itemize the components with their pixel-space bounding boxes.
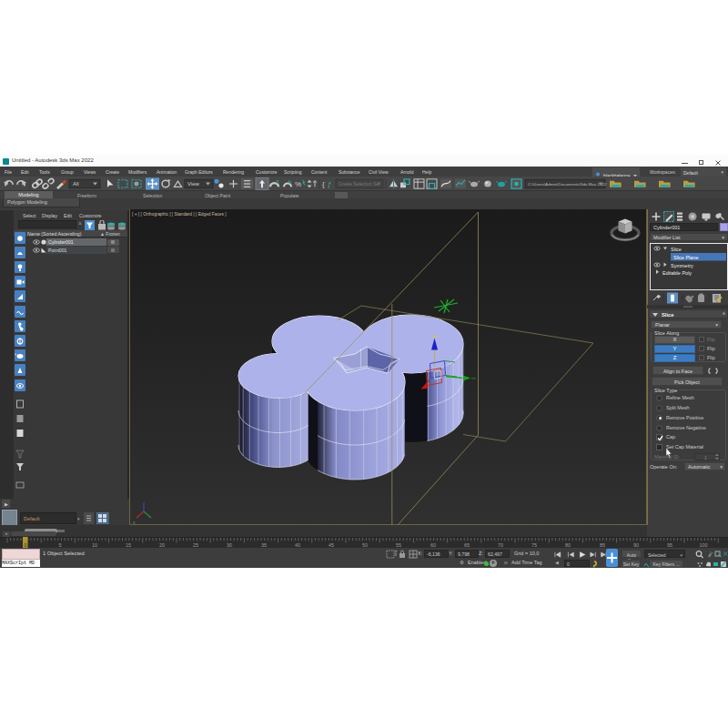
svg-text:Editable Poly: Editable Poly	[662, 270, 692, 276]
svg-text:40: 40	[295, 542, 300, 548]
svg-text:55: 55	[396, 542, 401, 548]
svg-text:%: %	[295, 181, 301, 189]
svg-text:Symmetry: Symmetry	[671, 263, 693, 268]
svg-text:75: 75	[531, 542, 537, 548]
svg-text:Create Selection Set: Create Selection Set	[339, 182, 380, 187]
svg-text:0: 0	[24, 542, 26, 548]
svg-text:b: b	[288, 179, 291, 185]
svg-text:View: View	[187, 182, 200, 187]
svg-text:90: 90	[633, 542, 639, 548]
svg-text:65: 65	[464, 542, 470, 548]
svg-text:5: 5	[58, 542, 61, 548]
svg-text:15: 15	[126, 542, 131, 548]
svg-text:50: 50	[362, 542, 368, 548]
svg-text:3: 3	[276, 178, 279, 185]
svg-text:100: 100	[699, 542, 707, 548]
svg-text:Slice: Slice	[671, 247, 682, 252]
svg-text:20: 20	[159, 542, 165, 548]
svg-text:Slice Plane: Slice Plane	[673, 255, 699, 260]
svg-text:10: 10	[92, 542, 97, 548]
svg-text:80: 80	[565, 542, 571, 548]
svg-text:35: 35	[261, 542, 267, 548]
svg-text:60: 60	[430, 542, 436, 548]
svg-text:{: {	[322, 181, 325, 189]
svg-text:85: 85	[600, 542, 605, 548]
svg-text:[ + ] [ Orthographic ] [ Stand: [ + ] [ Orthographic ] [ Standard ] [ Ed…	[132, 212, 227, 217]
svg-text:ƒ: ƒ	[328, 181, 331, 189]
svg-text:25: 25	[193, 542, 198, 548]
svg-text:95: 95	[667, 542, 672, 548]
svg-text:C:\Users\Admin\Documents\3ds M: C:\Users\Admin\Documents\3ds Max 2022	[528, 182, 607, 187]
svg-text:70: 70	[498, 542, 503, 548]
svg-text:45: 45	[329, 542, 334, 548]
svg-text:30: 30	[227, 542, 232, 548]
svg-text:All: All	[73, 182, 79, 187]
